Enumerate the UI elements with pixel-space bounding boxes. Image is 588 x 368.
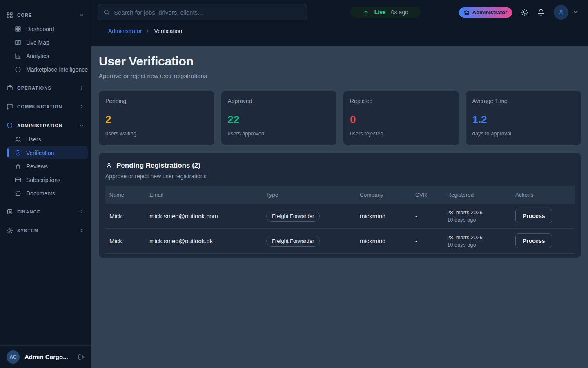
cell-name: Mick	[105, 213, 145, 220]
breadcrumb-parent-link[interactable]: Administrator	[108, 28, 142, 34]
pending-registrations-panel: Pending Registrations (2) Approve or rej…	[99, 153, 581, 258]
chevron-right-icon	[79, 85, 85, 91]
briefcase-icon	[7, 85, 13, 91]
shield-check-icon	[15, 150, 21, 156]
sidebar-section-communication: COMMUNICATION	[3, 100, 88, 114]
column-header-registered: Registered	[443, 192, 511, 198]
column-header-email: Email	[145, 192, 262, 198]
page-title: User Verification	[99, 54, 581, 68]
map-icon	[15, 39, 21, 46]
shield-icon	[7, 122, 13, 129]
stat-sub: users waiting	[105, 130, 208, 137]
live-label: Live	[374, 9, 386, 16]
sidebar-item-subscriptions[interactable]: Subscriptions	[7, 173, 88, 186]
users-icon	[15, 136, 21, 143]
dashboard-icon	[15, 26, 21, 32]
sidebar-item-label: Reviews	[26, 163, 48, 170]
sidebar-item-label: Analytics	[26, 53, 49, 59]
table-row: Mick mick.smed@outlook.dk Freight Forwar…	[105, 229, 575, 254]
logout-button[interactable]	[78, 354, 85, 360]
stat-label: Rejected	[350, 98, 452, 104]
sidebar-section-administration: ADMINISTRATION Users Verification Review…	[3, 119, 88, 200]
chevron-down-icon	[79, 12, 85, 18]
role-badge[interactable]: Administrator	[459, 7, 512, 18]
stat-label: Average Time	[472, 98, 575, 104]
cell-registered: 28. marts 2026 10 days ago	[443, 234, 511, 248]
search-box[interactable]	[98, 4, 307, 20]
search-icon	[103, 9, 110, 16]
sidebar-item-verification[interactable]: Verification	[7, 146, 88, 159]
sidebar-item-label: Marketplace Intelligence	[26, 66, 88, 73]
sidebar-item-marketplace-intelligence[interactable]: Marketplace Intelligence	[7, 63, 88, 76]
sidebar-section-core-header[interactable]: CORE	[3, 8, 88, 22]
section-label: ADMINISTRATION	[17, 123, 79, 128]
cell-cvr: -	[411, 213, 443, 220]
sidebar-item-label: Users	[26, 136, 41, 143]
sidebar-item-label: Live Map	[26, 39, 49, 46]
logout-icon	[78, 354, 85, 360]
panel-subtitle: Approve or reject new user registrations	[105, 173, 575, 180]
live-status-badge: Live 0s ago	[350, 7, 421, 18]
registered-date: 28. marts 2026	[447, 234, 511, 240]
stat-value: 22	[228, 113, 330, 126]
avatar[interactable]: AC	[7, 350, 20, 364]
topbar-right: Live 0s ago Administrator	[350, 5, 578, 20]
sidebar-item-label: Documents	[26, 190, 55, 197]
process-button[interactable]: Process	[515, 233, 552, 248]
cell-type: Freight Forwarder	[262, 211, 356, 222]
sidebar-section-system: SYSTEM	[3, 224, 88, 238]
column-header-cvr: CVR	[411, 192, 443, 198]
cell-cvr: -	[411, 238, 443, 245]
sidebar-section-finance: FINANCE	[3, 205, 88, 219]
section-label: CORE	[17, 13, 79, 18]
stat-card-approved: Approved 22 users approved	[221, 91, 337, 145]
person-icon	[105, 162, 113, 169]
folder-icon	[15, 190, 21, 197]
chevron-right-icon	[79, 104, 85, 110]
breadcrumb: Administrator Verification	[91, 25, 588, 34]
bar-chart-icon	[15, 53, 21, 59]
chevron-right-icon	[79, 228, 85, 233]
cell-email: mick.smed@outlook.dk	[145, 238, 262, 245]
theme-toggle-button[interactable]	[521, 9, 528, 16]
sidebar-item-live-map[interactable]: Live Map	[7, 36, 88, 49]
cell-registered: 28. marts 2026 10 days ago	[443, 209, 511, 223]
sidebar-core-items: Dashboard Live Map Analytics Marketplace…	[3, 22, 88, 76]
section-label: COMMUNICATION	[17, 104, 79, 109]
stat-value: 2	[105, 113, 208, 126]
topbar-row: Live 0s ago Administrator	[91, 0, 588, 25]
user-menu-caret[interactable]	[572, 9, 578, 15]
sidebar-section-finance-header[interactable]: FINANCE	[3, 205, 88, 219]
sidebar-item-users[interactable]: Users	[7, 132, 88, 146]
crown-icon	[464, 9, 470, 15]
sidebar-item-analytics[interactable]: Analytics	[7, 49, 88, 63]
live-ago: 0s ago	[391, 9, 408, 16]
search-input[interactable]	[114, 9, 302, 16]
cell-email: mick.smed@outlook.com	[145, 213, 262, 220]
gear-icon	[7, 227, 13, 234]
column-header-actions: Actions	[511, 192, 575, 198]
stat-card-average-time: Average Time 1.2 days to approval	[466, 91, 581, 145]
sidebar-item-label: Verification	[26, 150, 54, 156]
sidebar-item-documents[interactable]: Documents	[7, 186, 88, 200]
sidebar-section-core: CORE Dashboard Live Map Analytics	[3, 8, 88, 76]
sidebar-section-communication-header[interactable]: COMMUNICATION	[3, 100, 88, 114]
page-subtitle: Approve or reject new user registrations	[99, 72, 581, 79]
user-menu-avatar[interactable]	[554, 5, 568, 20]
registered-date: 28. marts 2026	[447, 209, 511, 215]
sidebar-section-operations-header[interactable]: OPERATIONS	[3, 81, 88, 95]
sidebar-section-administration-header[interactable]: ADMINISTRATION	[3, 119, 88, 132]
finance-icon	[7, 209, 13, 215]
cell-company: mickmind	[356, 213, 411, 220]
cell-actions: Process	[511, 233, 575, 248]
registered-ago: 10 days ago	[447, 242, 511, 248]
user-name: Admin Cargo...	[24, 353, 78, 360]
notifications-button[interactable]	[537, 9, 545, 16]
stats-row: Pending 2 users waiting Approved 22 user…	[99, 91, 581, 145]
sidebar-item-dashboard[interactable]: Dashboard	[7, 22, 88, 36]
sidebar-item-reviews[interactable]: Reviews	[7, 159, 88, 173]
chevron-right-icon	[79, 209, 85, 215]
process-button[interactable]: Process	[515, 209, 552, 223]
sidebar-section-system-header[interactable]: SYSTEM	[3, 224, 88, 238]
wifi-icon	[363, 9, 369, 16]
